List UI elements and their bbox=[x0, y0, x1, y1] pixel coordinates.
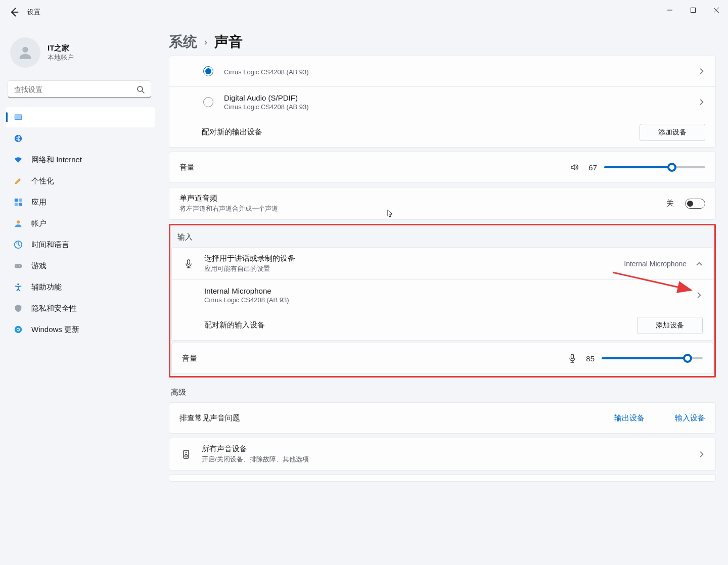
personalization-icon bbox=[13, 176, 23, 186]
titlebar: 设置 bbox=[0, 0, 728, 24]
main-content: 系统 › 声音 扬声器 Cirrus Logic CS4208 (AB 93) bbox=[157, 24, 728, 565]
output-volume-card: 音量 67 bbox=[169, 152, 716, 183]
input-volume-slider[interactable] bbox=[602, 357, 703, 359]
nav-item-network[interactable]: 网络和 Internet bbox=[6, 150, 155, 170]
svg-point-23 bbox=[185, 454, 188, 457]
speaker-device-icon bbox=[181, 449, 191, 459]
svg-point-22 bbox=[186, 451, 187, 452]
output-volume-slider[interactable] bbox=[604, 166, 705, 168]
svg-rect-8 bbox=[19, 199, 22, 202]
all-devices-card[interactable]: 所有声音设备 开启/关闭设备、排除故障、其他选项 bbox=[169, 438, 716, 470]
cutoff-card bbox=[169, 475, 716, 482]
svg-rect-19 bbox=[188, 260, 190, 264]
nav-item-accessibility[interactable]: 辅助功能 bbox=[6, 277, 155, 297]
svg-point-13 bbox=[16, 242, 18, 244]
nav-item-privacy[interactable]: 隐私和安全性 bbox=[6, 298, 155, 318]
svg-point-11 bbox=[17, 220, 20, 223]
button-label: 添加设备 bbox=[658, 128, 687, 137]
row-sub: 开启/关闭设备、排除故障、其他选项 bbox=[202, 455, 689, 464]
network-icon bbox=[13, 155, 23, 165]
output-pair-new: 配对新的输出设备 添加设备 bbox=[169, 117, 715, 147]
breadcrumb-root[interactable]: 系统 bbox=[169, 32, 197, 52]
nav-label: 个性化 bbox=[31, 176, 54, 186]
account-block[interactable]: IT之家 本地帐户 bbox=[6, 29, 155, 81]
volume-value: 67 bbox=[587, 163, 597, 172]
nav-item-time-language[interactable]: 时间和语言 bbox=[6, 234, 155, 255]
add-output-device-button[interactable]: 添加设备 bbox=[640, 124, 705, 141]
radio-checked-icon[interactable] bbox=[203, 66, 213, 76]
device-title: Internal Microphone bbox=[204, 287, 687, 295]
privacy-icon bbox=[13, 303, 23, 313]
svg-point-15 bbox=[16, 266, 17, 267]
microphone-icon bbox=[567, 353, 577, 363]
row-title: 配对新的输出设备 bbox=[202, 127, 630, 137]
output-device-speaker[interactable]: 扬声器 Cirrus Logic CS4208 (AB 93) bbox=[169, 56, 715, 86]
troubleshoot-input-link[interactable]: 输入设备 bbox=[675, 413, 705, 423]
speaker-icon bbox=[570, 162, 580, 172]
gaming-icon bbox=[13, 261, 23, 271]
output-device-spdif[interactable]: Digital Audio (S/PDIF) Cirrus Logic CS42… bbox=[169, 86, 715, 117]
nav-label: 隐私和安全性 bbox=[31, 304, 77, 313]
avatar-icon bbox=[17, 44, 34, 61]
nav: 系统 蓝牙 网络和 Internet 个性化 应用 帐户 bbox=[6, 107, 155, 340]
nav-label: 帐户 bbox=[31, 219, 47, 228]
troubleshoot-output-link[interactable]: 输出设备 bbox=[614, 413, 645, 423]
row-title: 音量 bbox=[179, 163, 561, 172]
svg-rect-20 bbox=[571, 354, 574, 359]
nav-item-personalization[interactable]: 个性化 bbox=[6, 171, 155, 191]
input-section-highlight: 输入 选择用于讲话或录制的设备 应用可能有自己的设置 Internal Micr… bbox=[169, 224, 716, 378]
svg-point-17 bbox=[17, 284, 19, 286]
input-devices-card: 选择用于讲话或录制的设备 应用可能有自己的设置 Internal Microph… bbox=[171, 247, 713, 341]
bluetooth-icon bbox=[13, 133, 23, 144]
nav-item-apps[interactable]: 应用 bbox=[6, 192, 155, 212]
row-title: 单声道音频 bbox=[179, 194, 657, 203]
nav-label: 时间和语言 bbox=[31, 240, 69, 250]
search-input[interactable] bbox=[8, 81, 151, 98]
current-input-device: Internal Microphone bbox=[624, 260, 687, 268]
add-input-device-button[interactable]: 添加设备 bbox=[637, 317, 703, 334]
input-volume-card: 音量 85 bbox=[171, 343, 713, 374]
maximize-icon bbox=[690, 7, 696, 13]
accounts-icon bbox=[13, 218, 23, 228]
svg-rect-0 bbox=[691, 8, 696, 13]
input-chooser-row[interactable]: 选择用于讲话或录制的设备 应用可能有自己的设置 Internal Microph… bbox=[172, 248, 713, 279]
row-title: 排查常见声音问题 bbox=[179, 413, 605, 423]
troubleshoot-card: 排查常见声音问题 输出设备 输入设备 bbox=[169, 402, 716, 434]
time-language-icon bbox=[13, 240, 23, 250]
nav-item-system[interactable]: 系统 bbox=[6, 107, 155, 127]
button-label: 添加设备 bbox=[656, 321, 684, 330]
device-title: Digital Audio (S/PDIF) bbox=[224, 93, 689, 102]
row-title: 所有声音设备 bbox=[202, 444, 689, 454]
nav-label: 辅助功能 bbox=[31, 282, 62, 292]
back-button[interactable] bbox=[9, 7, 19, 17]
mono-toggle[interactable] bbox=[685, 199, 705, 209]
nav-label: Windows 更新 bbox=[31, 325, 79, 335]
input-volume-value: 85 bbox=[584, 354, 595, 363]
device-sub: Cirrus Logic CS4208 (AB 93) bbox=[224, 103, 689, 111]
maximize-button[interactable] bbox=[681, 0, 705, 20]
output-devices-card: 扬声器 Cirrus Logic CS4208 (AB 93) Digital … bbox=[169, 56, 716, 148]
row-title: 配对新的输入设备 bbox=[204, 320, 628, 330]
nav-item-accounts[interactable]: 帐户 bbox=[6, 213, 155, 233]
minimize-icon bbox=[667, 7, 673, 13]
close-button[interactable] bbox=[705, 0, 728, 20]
svg-point-16 bbox=[19, 266, 20, 267]
row-sub: 应用可能有自己的设置 bbox=[204, 264, 615, 273]
chevron-right-icon bbox=[698, 451, 705, 458]
search-box[interactable] bbox=[8, 81, 151, 98]
input-device-internal-mic[interactable]: Internal Microphone Cirrus Logic CS4208 … bbox=[172, 279, 713, 310]
section-label: 输入 bbox=[171, 226, 713, 247]
app-title: 设置 bbox=[27, 8, 40, 17]
svg-rect-9 bbox=[15, 203, 18, 206]
nav-item-update[interactable]: Windows 更新 bbox=[6, 319, 155, 340]
nav-item-gaming[interactable]: 游戏 bbox=[6, 256, 155, 276]
system-icon bbox=[13, 112, 23, 122]
breadcrumb: 系统 › 声音 bbox=[169, 32, 716, 52]
nav-item-bluetooth[interactable]: 蓝牙 bbox=[6, 128, 155, 149]
close-icon bbox=[713, 7, 719, 13]
radio-icon[interactable] bbox=[203, 97, 213, 107]
row-sub: 将左声道和右声道合并成一个声道 bbox=[179, 204, 657, 213]
toggle-state-label: 关 bbox=[666, 199, 674, 208]
input-volume-row: 音量 85 bbox=[172, 343, 713, 373]
minimize-button[interactable] bbox=[658, 0, 681, 20]
